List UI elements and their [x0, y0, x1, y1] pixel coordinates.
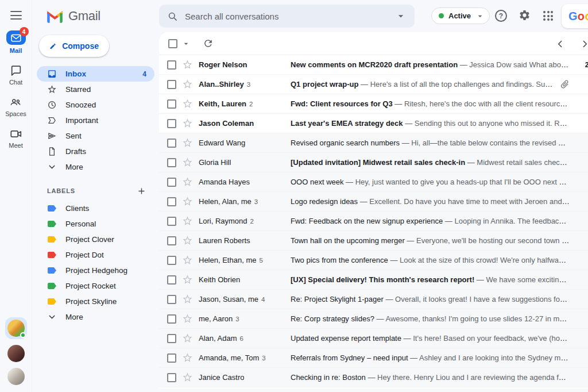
google-apps-grid-icon[interactable] [543, 11, 553, 21]
row-checkbox[interactable] [167, 178, 176, 187]
sidebar-label-item[interactable]: Project Hedgehog [37, 263, 154, 278]
sidebar-label-item[interactable]: Project Skyline [37, 294, 154, 309]
row-checkbox[interactable] [167, 295, 176, 304]
email-row[interactable]: Keith, Lauren 2 Fwd: Client resources fo… [159, 94, 588, 114]
sidebar-label-item[interactable]: Project Rocket [37, 278, 154, 294]
email-row[interactable]: Amanda Hayes OOO next week — Hey, just w… [159, 172, 588, 192]
row-checkbox[interactable] [167, 139, 176, 148]
email-date: Nov [575, 120, 588, 128]
email-row[interactable]: Janice Castro Checking in re: Boston — H… [159, 368, 588, 387]
email-row[interactable]: Alan..Shirley 3 Q1 project wrap-up — Her… [159, 75, 588, 94]
sidebar-item-sent[interactable]: Sent [37, 128, 154, 144]
email-date: Nov [575, 374, 588, 382]
star-icon[interactable] [182, 98, 193, 109]
select-all-caret-icon[interactable] [181, 39, 191, 48]
row-checkbox[interactable] [167, 256, 176, 265]
sidebar-label-item[interactable]: Clients [37, 201, 154, 216]
help-button[interactable]: ? [495, 10, 507, 22]
create-label-button[interactable] [137, 186, 146, 196]
row-checkbox[interactable] [167, 99, 176, 109]
row-checkbox[interactable] [167, 80, 176, 89]
star-icon[interactable] [182, 196, 193, 207]
avatar-1[interactable] [5, 317, 27, 339]
star-icon[interactable] [182, 313, 193, 324]
sidebar-item-more-labels[interactable]: More [37, 309, 154, 325]
star-icon[interactable] [182, 216, 193, 226]
email-row[interactable]: me, Aaron 3 Re: Corp strategy slides? — … [159, 309, 588, 329]
email-row[interactable]: Edward Wang Revised organic search numbe… [159, 133, 588, 153]
settings-gear-icon[interactable] [519, 9, 531, 21]
row-checkbox[interactable] [167, 60, 176, 70]
star-icon[interactable] [182, 352, 193, 363]
status-selector[interactable]: Active [431, 7, 490, 24]
email-subject: New comments on MCR2020 draft presentati… [291, 60, 458, 69]
row-checkbox[interactable] [167, 119, 176, 128]
google-account-card[interactable]: Goog [562, 4, 588, 28]
sidebar-label-item[interactable]: Project Dot [37, 247, 154, 263]
refresh-icon[interactable] [203, 38, 214, 49]
email-row[interactable]: Jason, Susan, me 4 Re: Project Skylight … [159, 290, 588, 309]
row-checkbox[interactable] [167, 353, 176, 363]
email-row[interactable]: Lori, Raymond 2 Fwd: Feedback on the new… [159, 212, 588, 231]
avatar-3[interactable] [7, 368, 25, 385]
search-icon[interactable] [167, 11, 178, 22]
star-icon[interactable] [182, 59, 193, 70]
search-input[interactable] [185, 11, 388, 21]
row-checkbox[interactable] [167, 217, 176, 226]
sidebar-label-item[interactable]: Personal [37, 216, 154, 232]
avatar-2[interactable] [7, 345, 25, 362]
row-checkbox[interactable] [167, 334, 176, 343]
gmail-logo[interactable]: Gmail [46, 9, 159, 24]
row-checkbox[interactable] [167, 314, 176, 324]
status-dot [439, 13, 444, 18]
sidebar-item-drafts[interactable]: Drafts [37, 144, 154, 159]
rail-item-mail[interactable]: 4 Mail [5, 30, 27, 54]
email-row[interactable]: Roger Nelson New comments on MCR2020 dra… [159, 55, 588, 75]
rail-item-chat[interactable]: Chat [9, 64, 22, 86]
newer-page-chevron-left-icon[interactable] [555, 39, 565, 49]
star-icon[interactable] [182, 79, 193, 90]
subject-snippet-separator: — [384, 295, 395, 303]
star-icon[interactable] [182, 372, 193, 383]
star-icon[interactable] [182, 235, 193, 246]
sidebar-item-more[interactable]: More [37, 159, 154, 175]
email-row[interactable]: Amanda, me, Tom 3 Referrals from Sydney … [159, 348, 588, 368]
star-icon[interactable] [182, 333, 193, 344]
star-icon[interactable] [182, 157, 193, 168]
row-checkbox[interactable] [167, 275, 176, 285]
sidebar-item-starred[interactable]: Starred [37, 82, 154, 97]
row-checkbox[interactable] [167, 197, 176, 206]
star-icon[interactable] [182, 255, 193, 266]
row-checkbox[interactable] [167, 158, 176, 167]
rail-item-spaces[interactable]: Spaces [5, 96, 26, 117]
star-icon[interactable] [182, 137, 193, 148]
star-icon[interactable] [182, 118, 193, 129]
row-checkbox[interactable] [167, 373, 176, 382]
email-row[interactable]: Lauren Roberts Town hall on the upcoming… [159, 231, 588, 251]
sidebar-item-important[interactable]: Important [37, 113, 154, 128]
email-row[interactable]: Keith Obrien [UX] Special delivery! This… [159, 270, 588, 290]
compose-button[interactable]: Compose [39, 35, 109, 57]
email-row[interactable]: Jason Coleman Last year's EMEA strategy … [159, 114, 588, 133]
row-checkbox[interactable] [167, 236, 176, 245]
sidebar-item-snoozed[interactable]: Snoozed [37, 97, 154, 113]
star-icon[interactable] [182, 176, 193, 187]
pencil-icon [49, 41, 56, 51]
select-all-checkbox[interactable] [168, 39, 177, 48]
email-row[interactable]: Helen, Ethan, me 5 Two pics from the con… [159, 251, 588, 270]
label-tag-icon [48, 205, 56, 212]
star-icon[interactable] [182, 274, 193, 285]
email-subject: Town hall on the upcoming merger [291, 236, 405, 245]
email-row[interactable]: Gloria Hill [Updated invitation] Midwest… [159, 153, 588, 172]
sidebar-item-inbox[interactable]: Inbox 4 [37, 66, 154, 82]
star-icon[interactable] [182, 294, 193, 305]
email-snippet: Everyone, we'll be hosting our second to… [416, 236, 570, 245]
sidebar-label-item[interactable]: Project Clover [37, 232, 154, 247]
email-row[interactable]: Alan, Adam 6 Updated expense report temp… [159, 329, 588, 348]
rail-item-meet[interactable]: Meet [9, 128, 22, 149]
main-menu-button[interactable] [10, 11, 22, 20]
email-row[interactable]: Helen, Alan, me 3 Logo redesign ideas — … [159, 192, 588, 212]
older-page-chevron-right-icon[interactable] [580, 39, 588, 49]
app-rail: 4 Mail Chat Spaces Meet [0, 0, 32, 392]
search-options-caret-icon[interactable] [395, 10, 407, 22]
